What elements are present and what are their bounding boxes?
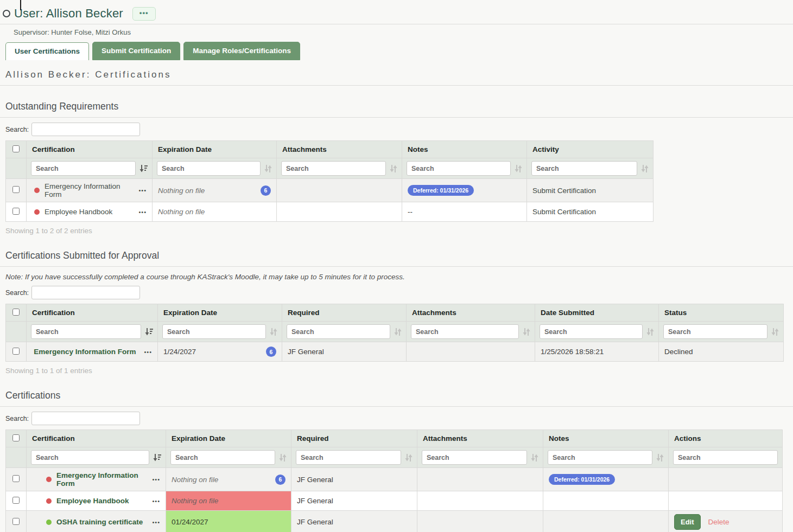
- row-checkbox[interactable]: [12, 208, 20, 215]
- sort-arrows-icon[interactable]: [394, 328, 402, 336]
- sort-amount-icon[interactable]: [145, 328, 153, 336]
- select-all-checkbox[interactable]: [12, 145, 20, 152]
- outstanding-search-input[interactable]: [31, 123, 140, 136]
- delete-link[interactable]: Delete: [708, 518, 729, 526]
- attachments-filter-input[interactable]: [422, 450, 527, 465]
- required-filter-input[interactable]: [287, 324, 390, 339]
- notes-filter-input[interactable]: [548, 450, 652, 465]
- certification-name[interactable]: Emergency Information Form: [56, 471, 148, 488]
- sort-arrows-icon[interactable]: [646, 328, 654, 336]
- sort-arrows-icon[interactable]: [771, 328, 779, 336]
- select-all-checkbox[interactable]: [12, 309, 20, 316]
- page-title: User: Allison Becker: [14, 7, 123, 21]
- sort-amount-icon[interactable]: [139, 165, 148, 172]
- attachments-filter-input[interactable]: [281, 161, 386, 176]
- sort-arrows-icon[interactable]: [656, 454, 664, 462]
- submitted-showing-entries: Showing 1 to 1 of 1 entries: [5, 367, 793, 375]
- row-checkbox[interactable]: [12, 518, 20, 525]
- sort-arrows-icon[interactable]: [279, 454, 287, 462]
- required-filter-input[interactable]: [296, 450, 401, 465]
- column-header-activity[interactable]: Activity: [527, 141, 654, 158]
- submit-certification-link[interactable]: Submit Certification: [532, 187, 596, 195]
- row-menu-icon[interactable]: •••: [148, 519, 160, 525]
- outstanding-table: Certification Expiration Date Attachment…: [5, 140, 654, 222]
- status-dot-red-icon: [34, 209, 40, 215]
- row-menu-icon[interactable]: •••: [134, 209, 147, 215]
- actions-cell: [669, 491, 783, 511]
- required-value: JF General: [297, 476, 333, 484]
- column-header-actions[interactable]: Actions: [669, 430, 783, 447]
- column-header-notes[interactable]: Notes: [543, 430, 669, 447]
- user-actions-menu-button[interactable]: •••: [132, 7, 156, 21]
- attachments-cell: [417, 511, 543, 532]
- column-header-attachments[interactable]: Attachments: [417, 430, 543, 447]
- count-badge: 6: [275, 475, 286, 485]
- sort-arrows-icon[interactable]: [515, 165, 522, 172]
- column-header-certification[interactable]: Certification: [27, 141, 153, 158]
- certification-name[interactable]: OSHA training certificate: [56, 518, 143, 526]
- select-all-checkbox[interactable]: [12, 434, 20, 441]
- certification-filter-input[interactable]: [31, 450, 149, 465]
- column-header-notes[interactable]: Notes: [402, 141, 527, 158]
- section-divider: [0, 406, 793, 407]
- row-checkbox[interactable]: [12, 186, 20, 193]
- certification-name[interactable]: Emergency Information Form: [34, 348, 136, 356]
- row-menu-icon[interactable]: •••: [148, 498, 160, 504]
- attachments-filter-input[interactable]: [411, 324, 519, 339]
- certifications-header-row: Certification Expiration Date Required A…: [6, 430, 783, 447]
- sort-arrows-icon[interactable]: [264, 165, 272, 172]
- expiration-filter-input[interactable]: [170, 450, 275, 465]
- column-header-expiration[interactable]: Expiration Date: [166, 430, 291, 447]
- sort-arrows-icon[interactable]: [531, 454, 538, 462]
- sort-arrows-icon[interactable]: [641, 165, 649, 172]
- row-menu-icon[interactable]: •••: [134, 187, 147, 194]
- certifications-search-input[interactable]: [31, 412, 140, 425]
- section-divider: [0, 117, 793, 118]
- section-title-submitted: Certifications Submitted for Approval: [5, 250, 793, 261]
- row-menu-icon[interactable]: •••: [148, 476, 160, 483]
- sort-arrows-icon[interactable]: [270, 328, 277, 336]
- tab-user-certifications[interactable]: User Certifications: [5, 42, 89, 60]
- column-header-date-submitted[interactable]: Date Submitted: [535, 304, 659, 322]
- tab-manage-roles-certifications[interactable]: Manage Roles/Certifications: [183, 42, 300, 60]
- notes-filter-input[interactable]: [407, 161, 511, 176]
- submit-certification-link[interactable]: Submit Certification: [532, 208, 596, 216]
- column-header-certification[interactable]: Certification: [27, 304, 158, 322]
- deferred-badge: Deferred: 01/31/2026: [549, 474, 615, 485]
- certification-filter-input[interactable]: [31, 324, 141, 339]
- column-header-required[interactable]: Required: [282, 304, 407, 322]
- sort-arrows-icon[interactable]: [405, 454, 413, 462]
- status-filter-input[interactable]: [663, 324, 767, 339]
- column-header-certification[interactable]: Certification: [27, 430, 166, 447]
- sort-arrows-icon[interactable]: [390, 165, 397, 172]
- certification-filter-input[interactable]: [31, 161, 136, 176]
- column-header-expiration[interactable]: Expiration Date: [153, 141, 277, 158]
- submitted-search-input[interactable]: [31, 286, 140, 299]
- certifications-filter-row: [6, 447, 783, 468]
- section-title-certifications: Certifications: [5, 390, 793, 401]
- column-header-required[interactable]: Required: [291, 430, 417, 447]
- expiration-filter-input[interactable]: [162, 324, 266, 339]
- certification-name[interactable]: Employee Handbook: [56, 497, 129, 505]
- search-label: Search:: [5, 289, 29, 297]
- expiration-value: Nothing on file: [158, 208, 205, 216]
- row-checkbox[interactable]: [12, 497, 20, 504]
- sort-amount-icon[interactable]: [153, 454, 161, 462]
- expiration-value-valid: 01/24/2027: [172, 518, 208, 526]
- edit-button[interactable]: Edit: [674, 514, 701, 530]
- expiration-filter-input[interactable]: [157, 161, 261, 176]
- row-checkbox[interactable]: [12, 348, 20, 355]
- sort-arrows-icon[interactable]: [523, 328, 530, 336]
- column-header-attachments[interactable]: Attachments: [277, 141, 402, 158]
- column-header-status[interactable]: Status: [659, 304, 784, 322]
- actions-filter-input[interactable]: [673, 450, 778, 465]
- status-dot-red-icon: [34, 188, 40, 193]
- activity-filter-input[interactable]: [531, 161, 637, 176]
- row-checkbox[interactable]: [12, 475, 20, 482]
- search-label: Search:: [5, 415, 29, 422]
- tab-submit-certification[interactable]: Submit Certification: [92, 42, 180, 60]
- column-header-attachments[interactable]: Attachments: [407, 304, 535, 322]
- column-header-expiration[interactable]: Expiration Date: [158, 304, 282, 322]
- row-menu-icon[interactable]: •••: [139, 349, 152, 355]
- date-submitted-filter-input[interactable]: [540, 324, 643, 339]
